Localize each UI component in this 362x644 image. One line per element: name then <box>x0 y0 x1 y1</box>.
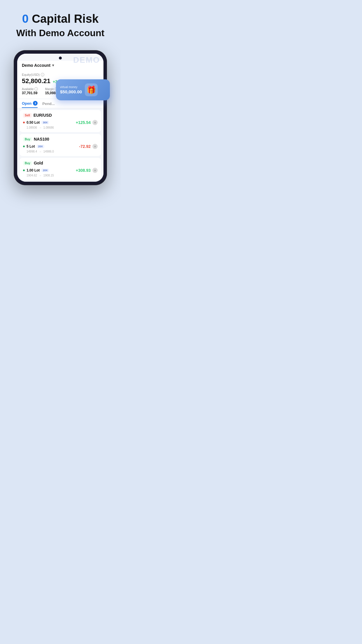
hero-title: 0 Capital Risk <box>6 12 115 26</box>
trade-type-buy: Buy <box>23 137 32 141</box>
trade-right-eurusd: +125.54 ✕ <box>76 120 98 125</box>
trade-prices-nas100: 14998.4 → 14986.0 <box>23 150 98 153</box>
gift-icon: 🎁 <box>85 83 98 96</box>
leverage-badge: 20X <box>41 169 49 172</box>
demo-watermark: DEMO <box>73 55 100 65</box>
trade-row: Sell EUR/USD 0.50 Lot 30X +125.54 ✕ <box>20 110 101 132</box>
camera-dot <box>59 57 62 60</box>
bullet-icon <box>23 122 25 123</box>
close-trade-nas100[interactable]: ✕ <box>92 144 98 149</box>
trade-detail-nas100: 5 Lot 20X -72.92 ✕ <box>23 144 98 149</box>
lot-text: 1.00 Lot <box>27 168 40 172</box>
trade-lot-nas100: 5 Lot 20X <box>23 144 44 148</box>
trade-prices-eurusd: 1.08936 → 1.08686 <box>23 126 98 129</box>
bullet-icon <box>23 169 25 171</box>
virtual-card-amount: $50,000.00 <box>60 89 82 95</box>
tab-open-badge: 3 <box>33 101 38 106</box>
close-trade-gold[interactable]: ✕ <box>92 168 98 173</box>
trade-detail-gold: 1.00 Lot 20X +308.93 ✕ <box>23 168 98 173</box>
trade-detail-eurusd: 0.50 Lot 30X +125.54 ✕ <box>23 120 98 125</box>
available-value: 37,701.59 <box>22 91 38 95</box>
chevron-down-icon: ▾ <box>52 63 54 67</box>
trade-header-gold: Buy Gold <box>23 161 98 165</box>
trade-type-buy: Buy <box>23 161 32 165</box>
available-label: Available i <box>22 87 38 91</box>
equity-info-icon[interactable]: i <box>41 73 44 76</box>
hero-subtitle: With Demo Account <box>6 27 115 38</box>
trade-row: Buy NAS100 5 Lot 20X -72.92 ✕ <box>20 134 101 156</box>
trade-header-nas100: Buy NAS100 <box>23 137 98 141</box>
trade-pnl-eurusd: +125.54 <box>76 120 91 125</box>
tab-open-label: Open <box>22 101 31 106</box>
close-trade-eurusd[interactable]: ✕ <box>92 120 98 125</box>
account-selector[interactable]: Demo Account ▾ <box>22 63 54 68</box>
trade-prices-gold: 1904.62 → 1908.15 <box>23 174 98 177</box>
phone-screen: Demo Account ▾ DEMO Equity(USD) i 52,800… <box>17 54 103 182</box>
available-item: Available i 37,701.59 <box>22 87 38 95</box>
trade-tabs: Open 3 Pend... <box>17 99 103 108</box>
tab-pending-label: Pend... <box>42 102 55 106</box>
trade-right-nas100: -72.92 ✕ <box>79 144 98 149</box>
trade-header-eurusd: Sell EUR/USD <box>23 113 98 118</box>
virtual-card-label: virtual money <box>60 85 82 89</box>
trade-pnl-nas100: -72.92 <box>79 144 91 149</box>
trade-symbol-nas100: NAS100 <box>34 137 49 141</box>
app-header: Demo Account ▾ DEMO <box>17 61 103 69</box>
available-info-icon[interactable]: i <box>34 87 38 91</box>
trade-pnl-gold: +308.93 <box>76 168 91 173</box>
trade-lot-gold: 1.00 Lot 20X <box>23 168 49 172</box>
account-name: Demo Account <box>22 63 50 68</box>
phone-mockup: virtual money $50,000.00 🎁 Demo Account … <box>14 50 107 185</box>
virtual-money-card: virtual money $50,000.00 🎁 <box>56 79 110 100</box>
trade-row: Buy Gold 1.00 Lot 20X +308.93 ✕ <box>20 158 101 180</box>
equity-label: Equity(USD) i <box>22 73 99 76</box>
trade-symbol-gold: Gold <box>34 161 43 165</box>
virtual-card-text: virtual money $50,000.00 <box>60 85 82 95</box>
lot-text: 5 Lot <box>27 144 35 148</box>
lot-text: 0.50 Lot <box>27 120 40 125</box>
trade-symbol-eurusd: EUR/USD <box>34 113 52 118</box>
tab-pending[interactable]: Pend... <box>42 101 55 108</box>
trade-lot-eurusd: 0.50 Lot 30X <box>23 120 49 125</box>
trade-list: Sell EUR/USD 0.50 Lot 30X +125.54 ✕ <box>17 108 103 182</box>
hero-title-rest: Capital Risk <box>29 12 99 25</box>
leverage-badge: 30X <box>41 121 49 124</box>
bullet-icon <box>23 146 25 147</box>
trade-type-sell: Sell <box>23 113 32 118</box>
equity-amount: 52,800.21 <box>22 77 50 85</box>
hero-zero: 0 <box>22 12 29 25</box>
hero-section: 0 Capital Risk With Demo Account <box>0 0 121 47</box>
tab-open[interactable]: Open 3 <box>22 101 38 108</box>
trade-right-gold: +308.93 ✕ <box>76 168 98 173</box>
leverage-badge: 20X <box>37 145 44 148</box>
phone-frame: Demo Account ▾ DEMO Equity(USD) i 52,800… <box>14 50 107 185</box>
